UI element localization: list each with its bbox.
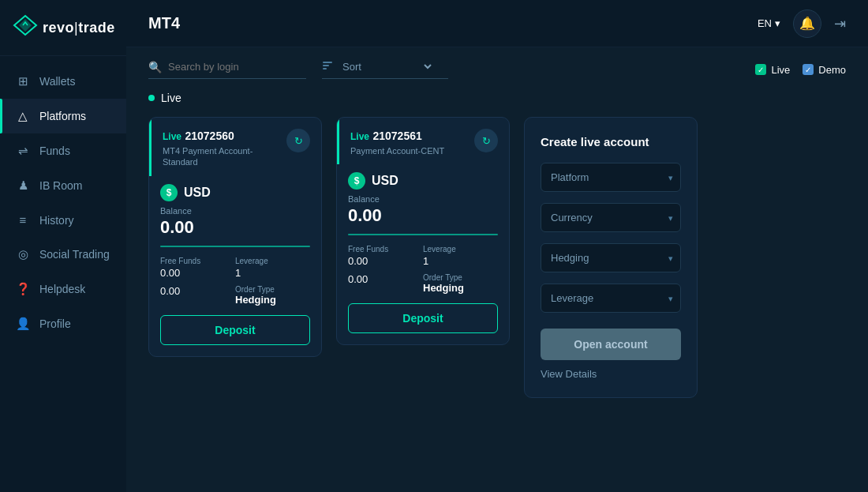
logo-icon — [13, 14, 38, 41]
order-type-value-2: Hedging — [423, 282, 498, 294]
currency-name-1: USD — [184, 186, 211, 200]
balance-value-2: 0.00 — [337, 204, 509, 234]
sort-select[interactable]: Sort — [339, 60, 434, 73]
sidebar-item-funds[interactable]: ⇌ Funds — [0, 133, 126, 168]
demo-checkbox[interactable]: ✓ — [803, 64, 814, 75]
extra-val-col-2: 0.00 — [348, 273, 423, 294]
svg-rect-2 — [323, 68, 327, 69]
live-filter-label: Live — [771, 64, 790, 76]
leverage-select[interactable]: Leverage — [541, 284, 681, 313]
live-checkbox[interactable]: ✓ — [755, 64, 766, 75]
free-funds-col-1: Free Funds 0.00 — [160, 257, 235, 279]
card-extra-stats-1: 0.00 Order Type Hedging — [149, 285, 321, 315]
sidebar-item-label: Platforms — [39, 110, 86, 122]
page-title: MT4 — [148, 14, 180, 32]
card-divider-1 — [160, 246, 310, 247]
logo-text: revo|trade — [43, 20, 115, 36]
free-funds-value-1: 0.00 — [160, 267, 235, 279]
create-account-title: Create live account — [541, 135, 681, 148]
balance-label-2: Balance — [337, 190, 509, 204]
toolbar: 🔍 Sort ✓ Live ✓ Demo — [126, 47, 868, 92]
live-badge-2: Live — [350, 131, 369, 142]
sidebar-item-label: Profile — [39, 317, 71, 330]
content-area: Live Live 21072560 MT4 Payment Account-S… — [126, 92, 868, 492]
account-card-1: Live 21072560 MT4 Payment Account-Standa… — [148, 117, 322, 357]
view-details-button[interactable]: View Details — [541, 368, 597, 380]
deposit-button-1[interactable]: Deposit — [160, 315, 310, 345]
currency-select[interactable]: Currency — [541, 203, 681, 232]
card-currency-1: $ USD — [149, 176, 321, 201]
order-type-label-1: Order Type — [235, 285, 310, 294]
language-selector[interactable]: EN ▾ — [758, 17, 780, 29]
notifications-button[interactable]: 🔔 — [793, 9, 821, 38]
live-section-label: Live — [148, 92, 846, 104]
sidebar-nav: ⊞ Wallets △ Platforms ⇌ Funds ♟ IB Room … — [0, 56, 126, 492]
sidebar-item-history[interactable]: ≡ History — [0, 203, 126, 237]
create-account-panel: Create live account Platform ▾ Currency … — [524, 117, 698, 398]
sidebar-item-platforms[interactable]: △ Platforms — [0, 99, 126, 133]
extra-val-col-1: 0.00 — [160, 285, 235, 306]
main-content: MT4 EN ▾ 🔔 ⇥ 🔍 — [126, 0, 868, 492]
search-input[interactable] — [168, 61, 294, 73]
leverage-label-2: Leverage — [423, 245, 498, 254]
funds-icon: ⇌ — [16, 144, 30, 158]
account-type-2: Payment Account-CENT — [350, 145, 444, 156]
sidebar-item-social-trading[interactable]: ◎ Social Trading — [0, 237, 126, 272]
leverage-value-2: 1 — [423, 255, 498, 267]
extra-val-2: 0.00 — [348, 273, 423, 285]
account-type-1: MT4 Payment Account-Standard — [163, 145, 286, 168]
account-card-2: Live 21072561 Payment Account-CENT ↻ $ U… — [336, 117, 510, 345]
sidebar-item-helpdesk[interactable]: ❓ Helpdesk — [0, 272, 126, 306]
order-type-col-1: Order Type Hedging — [235, 285, 310, 306]
open-account-button[interactable]: Open account — [541, 329, 681, 360]
sidebar-item-label: IB Room — [39, 179, 82, 192]
account-number-1: 21072560 — [185, 130, 234, 142]
balance-value-1: 0.00 — [149, 216, 321, 246]
refresh-icon-1: ↻ — [294, 135, 303, 147]
sidebar-item-label: Helpdesk — [39, 283, 85, 295]
social-trading-icon: ◎ — [16, 247, 30, 261]
refresh-button-1[interactable]: ↻ — [286, 129, 310, 152]
platform-select[interactable]: Platform — [541, 163, 681, 192]
refresh-button-2[interactable]: ↻ — [474, 129, 498, 152]
live-dot — [148, 95, 155, 101]
deposit-button-2[interactable]: Deposit — [348, 303, 498, 333]
logo: revo|trade — [0, 0, 126, 56]
refresh-icon-2: ↻ — [482, 135, 491, 147]
leverage-select-wrap: Leverage ▾ — [541, 284, 681, 313]
live-filter[interactable]: ✓ Live — [755, 64, 790, 76]
sidebar-item-ib-room[interactable]: ♟ IB Room — [0, 168, 126, 203]
search-icon: 🔍 — [148, 61, 162, 73]
currency-select-wrap: Currency ▾ — [541, 203, 681, 232]
filter-checks: ✓ Live ✓ Demo — [755, 64, 846, 76]
live-badge-1: Live — [163, 131, 181, 142]
chevron-down-icon: ▾ — [775, 17, 780, 29]
sidebar-item-label: Social Trading — [39, 248, 110, 261]
leverage-col-2: Leverage 1 — [423, 245, 498, 267]
platform-select-wrap: Platform ▾ — [541, 163, 681, 192]
currency-name-2: USD — [372, 174, 398, 188]
card-divider-2 — [348, 234, 498, 235]
platforms-icon: △ — [16, 109, 30, 123]
cards-row: Live 21072560 MT4 Payment Account-Standa… — [148, 117, 846, 398]
leverage-value-1: 1 — [235, 267, 310, 279]
sidebar-item-wallets[interactable]: ⊞ Wallets — [0, 64, 126, 99]
history-icon: ≡ — [16, 213, 30, 227]
bell-icon: 🔔 — [799, 16, 815, 31]
profile-icon: 👤 — [16, 317, 30, 331]
leverage-label-1: Leverage — [235, 257, 310, 265]
currency-icon-2: $ — [348, 172, 365, 190]
hedging-select[interactable]: Hedging — [541, 243, 681, 272]
sidebar-item-profile[interactable]: 👤 Profile — [0, 306, 126, 341]
order-type-col-2: Order Type Hedging — [423, 273, 498, 294]
svg-rect-1 — [323, 65, 329, 66]
card-header-2: Live 21072561 Payment Account-CENT ↻ — [337, 118, 509, 164]
wallets-icon: ⊞ — [16, 74, 30, 88]
card-extra-stats-2: 0.00 Order Type Hedging — [337, 273, 509, 303]
free-funds-label-1: Free Funds — [160, 257, 235, 265]
logout-button[interactable]: ⇥ — [834, 15, 846, 32]
header: MT4 EN ▾ 🔔 ⇥ — [126, 0, 868, 47]
helpdesk-icon: ❓ — [16, 282, 30, 296]
demo-filter[interactable]: ✓ Demo — [803, 64, 846, 76]
card-stats-1: Free Funds 0.00 Leverage 1 — [149, 247, 321, 285]
